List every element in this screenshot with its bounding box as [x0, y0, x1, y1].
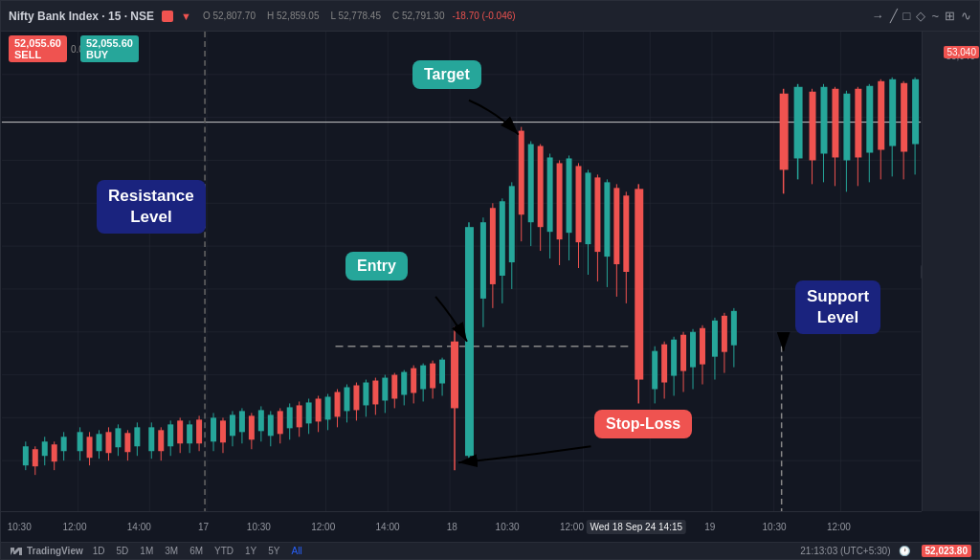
price-change: -18.70 (-0.046) [452, 11, 515, 21]
svg-rect-55 [167, 424, 173, 446]
svg-rect-191 [912, 79, 919, 145]
svg-rect-155 [671, 340, 677, 376]
svg-rect-171 [794, 87, 803, 159]
candle-group-17 [211, 395, 322, 453]
tf-5y[interactable]: 5Y [266, 546, 281, 556]
svg-rect-87 [325, 396, 331, 419]
time-1200-1: 12:00 [62, 522, 86, 532]
time-19: 19 [704, 522, 715, 532]
svg-rect-149 [635, 189, 643, 379]
svg-rect-71 [249, 415, 255, 439]
time-1030-4: 10:30 [763, 522, 787, 532]
svg-rect-39 [87, 437, 93, 458]
tool-curve[interactable]: ∿ [961, 9, 971, 23]
svg-rect-147 [623, 195, 629, 272]
toolbar: Nifty Bank Index · 15 · NSE ▼ O 52,807.7… [1, 1, 979, 32]
candle-group-1030-2 [325, 375, 389, 431]
svg-rect-49 [134, 427, 140, 446]
svg-rect-33 [52, 444, 57, 461]
svg-rect-131 [547, 157, 553, 232]
svg-rect-67 [230, 414, 235, 436]
ohlc-high: H 52,859.05 [267, 11, 320, 21]
buy-price-box[interactable]: 52,055.60 BUY [80, 35, 139, 62]
time-1200-2: 12:00 [311, 522, 335, 532]
svg-rect-29 [33, 449, 38, 466]
svg-rect-181 [855, 89, 861, 158]
svg-rect-179 [843, 94, 850, 161]
svg-rect-153 [661, 345, 667, 383]
bottom-price: 52,023.80 [922, 545, 972, 557]
sell-price-box[interactable]: 52,055.60 SELL [9, 35, 67, 62]
tf-5d[interactable]: 5D [115, 546, 131, 556]
svg-rect-75 [268, 414, 274, 436]
candle-pullback [585, 169, 643, 403]
svg-rect-31 [42, 441, 48, 456]
svg-rect-107 [420, 366, 426, 390]
svg-rect-91 [344, 388, 349, 412]
svg-rect-61 [196, 419, 202, 443]
svg-rect-43 [105, 432, 111, 453]
svg-rect-99 [382, 378, 388, 401]
tf-all[interactable]: All [290, 546, 304, 556]
svg-rect-79 [287, 407, 293, 428]
svg-rect-111 [439, 360, 445, 384]
time-sep18-highlight: Wed 18 Sep 24 14:15 [586, 520, 686, 534]
svg-rect-183 [866, 86, 873, 153]
svg-rect-169 [780, 94, 789, 170]
price-boxes: 52,055.60 SELL 0.00 52,055.60 BUY [9, 35, 139, 62]
svg-rect-47 [124, 433, 130, 452]
svg-rect-161 [700, 328, 705, 365]
svg-rect-109 [430, 364, 435, 389]
tf-1m[interactable]: 1M [138, 546, 155, 556]
tool-arrow[interactable]: → [872, 9, 884, 23]
tool-rect[interactable]: □ [903, 9, 911, 23]
time-1400-1: 14:00 [127, 522, 151, 532]
tf-1d[interactable]: 1D [91, 546, 107, 556]
timestamp: 21:13:03 (UTC+5:30) [800, 546, 890, 556]
candle-group-entry-zone [391, 358, 445, 409]
svg-rect-103 [401, 372, 407, 395]
svg-rect-173 [810, 92, 816, 161]
svg-rect-129 [538, 146, 544, 228]
svg-rect-57 [177, 420, 183, 443]
svg-rect-117 [480, 222, 486, 299]
chart-container: Nifty Bank Index · 15 · NSE ▼ O 52,807.7… [0, 0, 980, 560]
svg-rect-177 [832, 89, 838, 158]
svg-rect-65 [220, 420, 226, 442]
svg-rect-185 [878, 81, 884, 150]
svg-rect-151 [652, 351, 657, 390]
svg-rect-165 [722, 316, 727, 352]
svg-rect-113 [451, 342, 458, 409]
svg-rect-45 [115, 428, 121, 447]
candle-post-breakout [480, 127, 582, 327]
svg-rect-163 [712, 321, 718, 357]
svg-rect-125 [519, 131, 524, 215]
time-axis: 10:30 12:00 14:00 17 10:30 12:00 14:00 1… [1, 511, 922, 542]
tf-ytd[interactable]: YTD [212, 546, 235, 556]
svg-rect-69 [239, 411, 245, 432]
chart-area: Target Entry ResistanceLevel SupportLeve… [1, 32, 922, 511]
price-scale-lower: 53,040 53,040 [922, 32, 979, 511]
svg-rect-81 [297, 405, 302, 427]
current-price: ▼ [181, 11, 191, 22]
svg-rect-37 [78, 432, 83, 451]
svg-rect-145 [613, 188, 619, 264]
tool-line[interactable]: ╱ [890, 9, 898, 23]
tool-diamond[interactable]: ◇ [916, 9, 925, 23]
time-1200-4: 12:00 [827, 522, 851, 532]
tool-grid[interactable]: ⊞ [945, 9, 955, 23]
svg-rect-53 [158, 430, 164, 451]
tf-3m[interactable]: 3M [163, 546, 180, 556]
candle-group-early [23, 432, 67, 475]
candle-group-14 [148, 415, 202, 460]
tf-6m[interactable]: 6M [188, 546, 205, 556]
chart-title: Nifty Bank Index · 15 · NSE [9, 10, 154, 23]
svg-rect-41 [97, 434, 102, 451]
svg-rect-35 [61, 437, 67, 451]
tv-logo-svg [9, 544, 24, 559]
tf-1y[interactable]: 1Y [243, 546, 258, 556]
svg-rect-135 [567, 158, 572, 233]
tool-wave[interactable]: ~ [931, 9, 939, 23]
svg-rect-93 [353, 386, 359, 411]
svg-rect-101 [391, 375, 397, 399]
